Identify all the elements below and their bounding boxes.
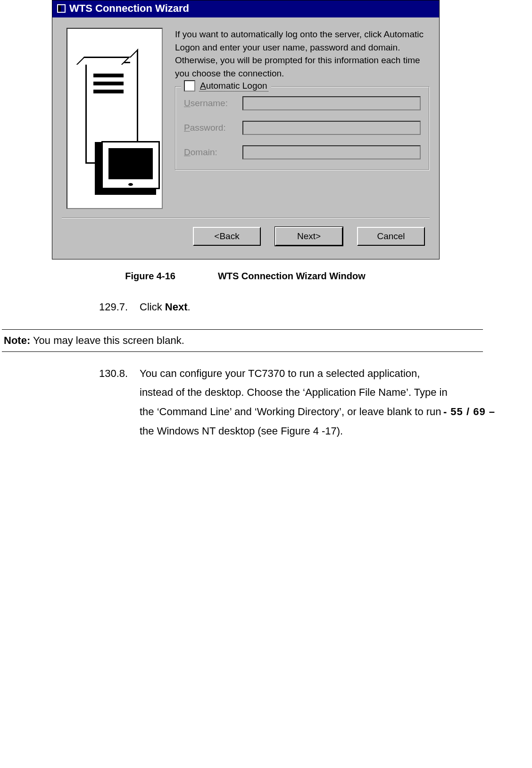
- note-text: You may leave this screen blank.: [30, 334, 184, 346]
- app-icon: [57, 4, 66, 13]
- note-block: Note: You may leave this screen blank.: [2, 329, 483, 352]
- step-129-7: 129.7. Click Next.: [99, 298, 448, 317]
- wts-connection-wizard-dialog: WTS Connection Wizard If you want to aut…: [52, 0, 440, 259]
- password-input[interactable]: [242, 121, 421, 135]
- next-button[interactable]: Next>: [275, 227, 343, 246]
- figure-title: WTS Connection Wizard Window: [218, 271, 366, 281]
- step-130-8: 130.8. You can configure your TC7370 to …: [99, 364, 448, 441]
- automatic-logon-label: Automatic Logon: [199, 81, 268, 92]
- step-text: You can configure your TC7370 to run a s…: [140, 364, 448, 441]
- page-number: - 55 / 69 –: [443, 406, 495, 418]
- figure-caption: Figure 4-16WTS Connection Wizard Window: [52, 271, 439, 282]
- password-label: Password:: [184, 123, 236, 133]
- step-number: 129.7.: [99, 298, 140, 317]
- dialog-titlebar: WTS Connection Wizard: [52, 0, 439, 17]
- automatic-logon-checkbox[interactable]: [184, 80, 195, 92]
- username-input[interactable]: [242, 96, 421, 110]
- automatic-logon-group: Automatic Logon Username: Password: Doma…: [175, 86, 430, 170]
- domain-label: Domain:: [184, 147, 236, 158]
- cancel-button[interactable]: Cancel: [357, 227, 425, 246]
- wizard-graphic: [66, 28, 163, 209]
- note-label: Note:: [4, 334, 30, 346]
- step-number: 130.8.: [99, 364, 140, 441]
- figure-number: Figure 4-16: [125, 271, 175, 281]
- dialog-instructions: If you want to automatically log onto th…: [175, 28, 430, 80]
- dialog-title: WTS Connection Wizard: [69, 2, 189, 15]
- domain-input[interactable]: [242, 145, 421, 159]
- username-label: Username:: [184, 98, 236, 109]
- back-button[interactable]: <Back: [193, 227, 261, 246]
- dialog-button-row: <Back Next> Cancel: [52, 218, 439, 259]
